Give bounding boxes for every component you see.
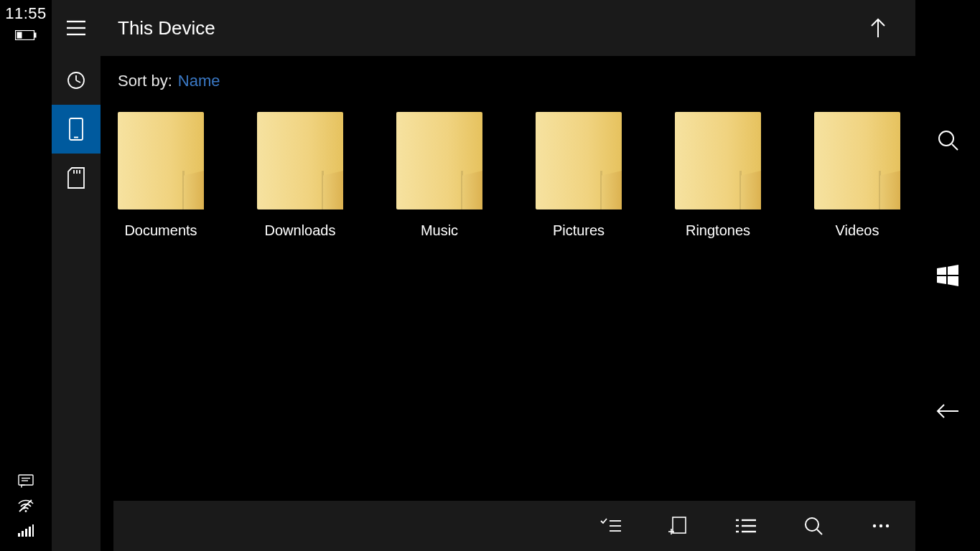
clock: 11:55 — [5, 4, 47, 23]
svg-rect-2 — [17, 32, 22, 39]
folder-icon — [118, 112, 204, 209]
folder-item[interactable]: Videos — [814, 112, 900, 239]
nav-recent[interactable] — [52, 56, 101, 105]
svg-marker-44 — [937, 267, 946, 275]
system-rail — [915, 0, 980, 551]
folder-label: Pictures — [553, 222, 605, 239]
folder-item[interactable]: Music — [396, 112, 482, 239]
svg-marker-47 — [948, 276, 958, 286]
battery-icon — [15, 30, 37, 40]
svg-rect-28 — [673, 517, 686, 533]
svg-line-38 — [817, 529, 822, 534]
folder-icon — [536, 112, 622, 209]
hamburger-button[interactable] — [52, 0, 101, 56]
select-button[interactable] — [597, 512, 625, 540]
folder-icon — [257, 112, 343, 209]
messages-icon — [17, 474, 34, 489]
folder-label: Documents — [124, 222, 197, 239]
svg-point-6 — [25, 510, 27, 512]
svg-line-43 — [952, 144, 958, 150]
svg-rect-11 — [29, 527, 31, 537]
folder-item[interactable]: Ringtones — [675, 112, 761, 239]
more-button[interactable] — [867, 512, 895, 540]
back-button[interactable] — [930, 393, 966, 429]
folder-label: Downloads — [265, 222, 336, 239]
svg-point-37 — [806, 518, 818, 531]
new-folder-button[interactable] — [664, 512, 693, 540]
folder-label: Videos — [836, 222, 879, 239]
svg-rect-1 — [34, 33, 37, 38]
system-search-button[interactable] — [930, 122, 966, 158]
header: This Device — [101, 0, 915, 56]
svg-rect-9 — [22, 531, 24, 537]
content-area: Sort by: Name Documents Downloads — [101, 56, 915, 501]
svg-rect-10 — [25, 529, 27, 537]
folder-label: Music — [421, 222, 458, 239]
svg-point-42 — [939, 131, 953, 146]
sort-value[interactable]: Name — [178, 72, 220, 90]
nav-this-device[interactable] — [52, 105, 101, 154]
page-title: This Device — [118, 17, 215, 39]
svg-rect-8 — [18, 533, 20, 537]
windows-button[interactable] — [930, 258, 966, 293]
folder-icon — [814, 112, 900, 209]
folder-item[interactable]: Pictures — [536, 112, 622, 239]
folder-label: Ringtones — [686, 222, 750, 239]
wifi-icon — [17, 498, 34, 514]
up-button[interactable] — [861, 11, 895, 45]
svg-line-18 — [76, 80, 80, 83]
svg-point-39 — [873, 524, 876, 527]
view-button[interactable] — [732, 512, 760, 540]
svg-rect-12 — [32, 524, 34, 537]
svg-marker-46 — [937, 276, 946, 284]
svg-point-41 — [886, 524, 889, 527]
folder-icon — [675, 112, 761, 209]
navigation-rail — [52, 0, 101, 551]
signal-icon — [17, 522, 34, 538]
main-area: This Device Sort by: Name — [101, 0, 915, 551]
command-bar — [113, 501, 915, 551]
folder-item[interactable]: Downloads — [257, 112, 343, 239]
search-button[interactable] — [799, 512, 828, 540]
svg-rect-3 — [19, 475, 33, 485]
folder-grid: Documents Downloads Music — [113, 112, 902, 239]
folder-icon — [396, 112, 482, 209]
svg-point-40 — [879, 524, 882, 527]
sort-label: Sort by: — [118, 72, 172, 90]
nav-sd-card[interactable] — [52, 154, 101, 202]
sort-control[interactable]: Sort by: Name — [113, 72, 902, 90]
status-bar: 11:55 — [0, 0, 52, 551]
svg-marker-45 — [948, 265, 958, 275]
folder-item[interactable]: Documents — [118, 112, 204, 239]
